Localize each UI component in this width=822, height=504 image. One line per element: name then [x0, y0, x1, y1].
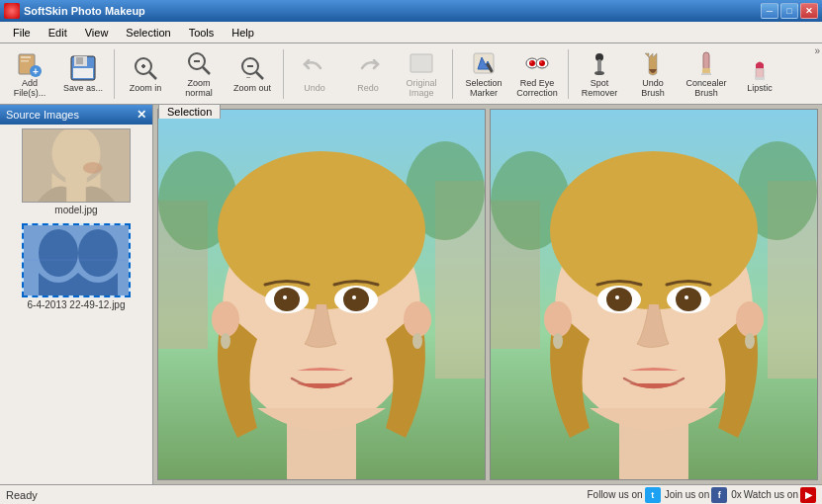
sidebar-close-button[interactable]: ✕: [137, 108, 146, 122]
watch-us-button[interactable]: 0x Watch us on ▶: [731, 487, 816, 503]
original-image-icon: [408, 49, 435, 77]
undo-brush-button[interactable]: Undo Brush: [627, 46, 679, 102]
svg-rect-30: [597, 59, 601, 73]
svg-rect-39: [65, 178, 87, 198]
original-image-button[interactable]: Original Image: [396, 46, 447, 102]
lipstic-button[interactable]: Lipstic: [734, 46, 785, 102]
svg-point-43: [78, 229, 118, 277]
menu-bar: File Edit View Selection Tools Help: [0, 22, 822, 43]
svg-point-77: [615, 295, 619, 299]
sidebar-header: Source Images ✕: [0, 105, 152, 125]
redo-icon: [354, 54, 382, 82]
red-eye-correction-button[interactable]: Red EyeCorrection: [511, 46, 563, 102]
zoom-normal-icon: [185, 49, 213, 77]
sidebar-title: Source Images: [6, 109, 79, 121]
left-face-image: [158, 110, 485, 479]
svg-point-27: [539, 60, 545, 66]
svg-line-15: [203, 67, 210, 74]
youtube-icon: ▶: [800, 487, 816, 503]
spot-remover-icon: [586, 49, 613, 77]
menu-view[interactable]: View: [76, 24, 118, 42]
menu-file[interactable]: File: [4, 24, 40, 42]
toolbar-expand-button[interactable]: »: [814, 45, 820, 56]
selection-marker-icon: [470, 49, 498, 77]
add-files-button[interactable]: + Add File(s)...: [4, 46, 55, 102]
twitter-icon: t: [645, 487, 661, 503]
separator-1: [114, 49, 115, 99]
undo-brush-icon: [639, 49, 667, 77]
join-us-label: Join us on: [665, 489, 710, 500]
svg-rect-34: [701, 73, 711, 75]
source-item-model[interactable]: model.jpg: [4, 128, 148, 215]
svg-point-62: [352, 295, 356, 299]
facebook-icon: f: [711, 487, 727, 503]
svg-point-61: [343, 288, 369, 311]
right-face-image: [491, 110, 817, 479]
menu-help[interactable]: Help: [223, 24, 263, 42]
selection-marker-button[interactable]: Selection Marker: [458, 46, 509, 102]
svg-point-74: [745, 333, 755, 349]
svg-point-31: [594, 71, 604, 75]
status-bar: Ready Follow us on t Join us on f 0x Wat…: [0, 484, 822, 504]
watch-count: 0x: [731, 489, 742, 500]
save-icon: [69, 54, 97, 82]
undo-icon: [301, 54, 328, 82]
svg-rect-7: [76, 57, 83, 64]
svg-rect-36: [755, 77, 765, 80]
source-thumb-timestamped: [22, 223, 131, 297]
svg-rect-32: [703, 52, 709, 70]
svg-rect-20: [411, 54, 432, 72]
follow-us-button[interactable]: Follow us on t: [587, 487, 660, 503]
separator-3: [452, 49, 453, 99]
menu-tools[interactable]: Tools: [180, 24, 224, 42]
svg-rect-1: [21, 56, 31, 58]
svg-rect-8: [73, 68, 93, 78]
svg-point-42: [39, 229, 78, 277]
concealer-brush-button[interactable]: Concealer Brush: [681, 46, 732, 102]
save-as-button[interactable]: Save as...: [57, 46, 109, 102]
svg-point-70: [550, 151, 758, 309]
status-social: Follow us on t Join us on f 0x Watch us …: [587, 487, 816, 503]
redo-button[interactable]: Redo: [342, 46, 394, 102]
zoom-out-icon: −: [238, 54, 266, 82]
minimize-button[interactable]: ─: [761, 3, 778, 19]
menu-selection[interactable]: Selection: [117, 24, 179, 42]
source-thumb-model: [22, 128, 131, 203]
left-image-panel: [157, 109, 486, 480]
window-controls: ─ □ ✕: [761, 3, 818, 19]
lipstic-icon: [746, 54, 774, 82]
zoom-in-icon: [132, 54, 159, 82]
zoom-in-button[interactable]: Zoom in: [120, 46, 171, 102]
svg-line-18: [256, 72, 263, 79]
undo-button[interactable]: Undo: [289, 46, 340, 102]
source-item-timestamped[interactable]: 6-4-2013 22-49-12.jpg: [4, 223, 148, 310]
spot-remover-button[interactable]: Spot Remover: [574, 46, 625, 102]
svg-line-12: [149, 72, 156, 79]
source-label-model: model.jpg: [54, 205, 97, 215]
svg-point-58: [274, 288, 300, 311]
sidebar: Source Images ✕: [0, 105, 153, 484]
svg-text:+: +: [33, 66, 39, 77]
svg-point-59: [283, 295, 287, 299]
svg-point-53: [212, 301, 239, 337]
svg-text:−: −: [246, 73, 251, 82]
selection-tab[interactable]: Selection: [158, 104, 221, 119]
join-us-button[interactable]: Join us on f: [665, 487, 728, 503]
svg-point-71: [544, 301, 572, 337]
separator-4: [568, 49, 569, 99]
svg-point-73: [553, 333, 563, 349]
zoom-out-button[interactable]: − Zoom out: [227, 46, 278, 102]
title-bar: SoftSkin Photo Makeup ─ □ ✕: [0, 0, 822, 22]
selection-tab-label: Selection: [167, 106, 212, 118]
restore-button[interactable]: □: [780, 3, 798, 19]
close-button[interactable]: ✕: [800, 3, 818, 19]
svg-point-76: [606, 288, 632, 311]
svg-point-52: [218, 151, 425, 309]
zoom-normal-button[interactable]: Zoom normal: [173, 46, 225, 102]
follow-us-label: Follow us on: [587, 489, 642, 500]
main-content: Source Images ✕: [0, 105, 822, 484]
svg-point-56: [412, 333, 422, 349]
sidebar-content: model.jpg 6-4-20: [0, 125, 152, 484]
menu-edit[interactable]: Edit: [40, 24, 76, 42]
svg-point-24: [529, 60, 535, 66]
